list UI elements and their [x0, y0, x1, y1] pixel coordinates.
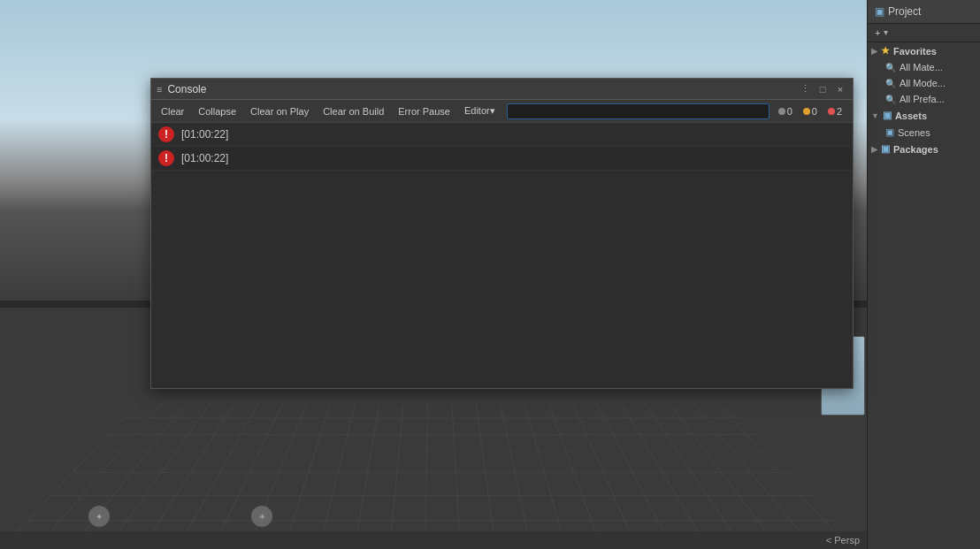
favorites-materials-label: All Mate...	[900, 62, 943, 72]
project-panel-header: ▣ Project	[868, 0, 980, 24]
favorites-star-icon: ★	[881, 45, 890, 57]
scenes-folder-icon: ▣	[885, 126, 894, 138]
log-message-0: [01:00:22]	[181, 128, 228, 141]
packages-folder-icon: ▣	[881, 143, 890, 155]
favorites-prefabs-label: All Prefa...	[900, 94, 945, 104]
project-toolbar[interactable]: + ▾	[868, 24, 980, 42]
search-icon-materials: 🔍	[885, 63, 896, 72]
maximize-button[interactable]: □	[815, 82, 830, 96]
floor-grid	[0, 403, 867, 549]
favorites-item-materials[interactable]: 🔍 All Mate...	[868, 59, 980, 75]
console-toolbar: Clear Collapse Clear on Play Clear on Bu…	[151, 100, 853, 123]
log-entry-1[interactable]: ! [01:00:22]	[151, 147, 853, 171]
scene-icon-2: ☀	[251, 506, 272, 527]
expand-icon-assets: ▼	[871, 111, 879, 120]
console-empty-area	[151, 171, 853, 365]
persp-label: < Persp	[826, 535, 860, 545]
editor-label: Editor	[464, 105, 490, 116]
project-add-button[interactable]: +	[875, 27, 880, 38]
editor-dropdown-icon: ▾	[490, 105, 495, 116]
assets-item-scenes[interactable]: ▣ Scenes	[868, 124, 980, 141]
editor-dropdown-button[interactable]: Editor▾	[458, 103, 501, 118]
scene-icons: ✦ ☀	[88, 506, 272, 527]
log-message-1: [01:00:22]	[181, 152, 228, 164]
project-panel-title: Project	[888, 5, 921, 18]
packages-label: Packages	[893, 144, 938, 155]
info-counter[interactable]: 0	[775, 105, 796, 118]
favorites-item-models[interactable]: 🔍 All Mode...	[868, 75, 980, 91]
favorites-section[interactable]: ▶ ★ Favorites	[868, 42, 980, 59]
error-icon-0: !	[158, 126, 174, 142]
titlebar-actions: ⋮ □ ×	[798, 82, 847, 96]
expand-icon-favorites: ▶	[871, 47, 877, 56]
scenes-label: Scenes	[898, 127, 930, 138]
assets-label: Assets	[895, 111, 927, 121]
assets-section[interactable]: ▼ ▣ Assets	[868, 107, 980, 124]
scene-icon-1: ✦	[88, 506, 110, 527]
favorites-item-prefabs[interactable]: 🔍 All Prefa...	[868, 91, 980, 107]
clear-on-build-button[interactable]: Clear on Build	[317, 104, 390, 118]
error-icon-1: !	[158, 150, 174, 166]
console-content: ! [01:00:22] ! [01:00:22]	[151, 123, 853, 388]
packages-section[interactable]: ▶ ▣ Packages	[868, 141, 980, 157]
info-dot-icon	[778, 108, 785, 115]
error-pause-button[interactable]: Error Pause	[392, 104, 456, 118]
error-dot-icon	[828, 108, 835, 115]
warn-count: 0	[812, 106, 817, 117]
warn-counter[interactable]: 0	[800, 105, 821, 118]
error-count: 2	[837, 106, 842, 117]
console-window: ≡ Console ⋮ □ × Clear Collapse Clear on …	[150, 78, 854, 389]
console-title-text: Console	[167, 83, 792, 95]
favorites-label: Favorites	[893, 46, 937, 57]
assets-folder-icon: ▣	[883, 110, 892, 121]
more-options-button[interactable]: ⋮	[798, 82, 812, 96]
log-entry-0[interactable]: ! [01:00:22]	[151, 123, 853, 147]
info-count: 0	[787, 106, 792, 117]
expand-icon-packages: ▶	[871, 145, 877, 154]
search-input[interactable]	[507, 103, 769, 119]
error-counter[interactable]: 2	[824, 105, 846, 118]
scene-bottom-strip: < Persp	[0, 531, 867, 549]
close-button[interactable]: ×	[833, 82, 847, 96]
folder-icon: ▣	[875, 5, 884, 18]
favorites-models-label: All Mode...	[900, 78, 946, 88]
console-titlebar: ≡ Console ⋮ □ ×	[151, 79, 853, 100]
search-icon-prefabs: 🔍	[885, 95, 896, 104]
project-dropdown-icon[interactable]: ▾	[884, 27, 888, 38]
toolbar-counters: 0 0 2	[775, 105, 849, 118]
search-icon-models: 🔍	[885, 79, 896, 88]
collapse-button[interactable]: Collapse	[192, 104, 242, 118]
clear-button[interactable]: Clear	[155, 104, 190, 118]
console-title-icon: ≡	[157, 84, 162, 95]
right-panel: ▣ Project + ▾ ▶ ★ Favorites 🔍 All Mate..…	[867, 0, 980, 549]
warn-dot-icon	[803, 108, 810, 115]
clear-on-play-button[interactable]: Clear on Play	[244, 104, 315, 118]
